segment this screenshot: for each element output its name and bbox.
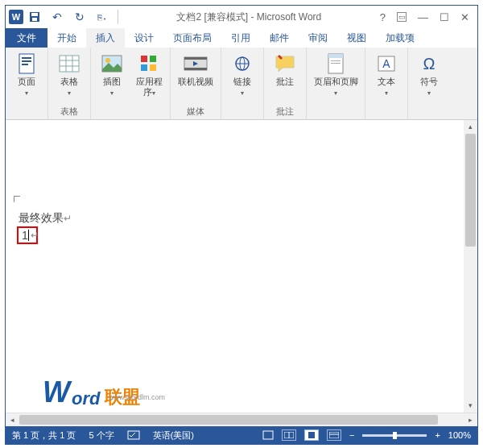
vertical-scrollbar[interactable]: ▴ ▾ (464, 120, 477, 413)
scroll-track-h[interactable] (19, 413, 464, 426)
minimize-icon[interactable]: — (418, 11, 428, 23)
group-text: A 文本▾ (365, 48, 408, 119)
svg-rect-20 (184, 68, 207, 70)
spell-check-icon[interactable] (127, 430, 140, 440)
close-icon[interactable]: ✕ (460, 11, 469, 23)
zoom-slider[interactable] (362, 434, 427, 437)
svg-rect-14 (141, 56, 147, 62)
zoom-level[interactable]: 100% (448, 430, 471, 440)
group-label-media: 媒体 (187, 106, 204, 118)
zoom-out-icon[interactable]: − (349, 430, 354, 440)
header-footer-label: 页眉和页脚 (314, 77, 358, 86)
group-symbols: Ω 符号▾ (408, 48, 450, 119)
print-layout-icon[interactable] (304, 429, 319, 441)
svg-rect-1 (31, 13, 38, 16)
scroll-down-icon[interactable]: ▾ (464, 399, 477, 413)
link-icon (230, 52, 254, 75)
web-layout-icon[interactable] (327, 429, 341, 441)
comments-button[interactable]: 批注 (269, 51, 301, 87)
online-video-label: 联机视频 (178, 77, 213, 87)
save-icon[interactable] (27, 10, 42, 24)
svg-point-13 (105, 58, 110, 63)
tab-design[interactable]: 设计 (125, 28, 163, 48)
text-label: 文本 (378, 77, 395, 86)
zoom-thumb[interactable] (393, 432, 397, 439)
help-icon[interactable]: ? (380, 11, 386, 23)
tab-addins[interactable]: 加载项 (376, 28, 424, 48)
svg-rect-6 (22, 64, 28, 65)
tab-layout[interactable]: 页面布局 (163, 28, 221, 48)
undo-icon[interactable]: ↶ (50, 10, 64, 24)
tab-home[interactable]: 开始 (47, 28, 86, 48)
svg-rect-34 (263, 431, 273, 439)
document-area: 最终效果↵ 1↵ W www.wordlm.com ord 联盟 ▴ ▾ (6, 120, 477, 413)
text-button[interactable]: A 文本▾ (370, 51, 402, 97)
track-changes-icon[interactable] (262, 430, 274, 440)
group-label-tables: 表格 (60, 106, 78, 118)
ribbon: 页面▾ 表格▾ 表格 插图▾ 应用程 序▾ (6, 48, 477, 120)
horizontal-scrollbar[interactable]: ◂ ▸ (6, 413, 477, 426)
svg-text:A: A (382, 57, 390, 70)
redo-icon[interactable]: ↻ (72, 10, 87, 24)
scroll-left-icon[interactable]: ◂ (6, 413, 19, 426)
app-window: W ↶ ↻ ⎘▾ 文档2 [兼容模式] - Microsoft Word ? ▭… (5, 5, 478, 445)
document-title: 文档2 [兼容模式] - Microsoft Word (118, 10, 380, 24)
maximize-icon[interactable]: ☐ (440, 11, 449, 23)
apps-label: 应用程 序 (136, 77, 163, 97)
text-icon: A (374, 52, 398, 75)
word-logo-icon: W (9, 10, 23, 24)
table-icon (57, 52, 81, 75)
tables-button[interactable]: 表格▾ (53, 51, 85, 97)
document-page[interactable]: 最终效果↵ 1↵ W www.wordlm.com ord 联盟 (6, 120, 464, 413)
paragraph-mark-icon: ↵ (31, 230, 39, 241)
tab-file[interactable]: 文件 (6, 28, 47, 48)
illustrations-button[interactable]: 插图▾ (96, 51, 128, 97)
tab-review[interactable]: 审阅 (299, 28, 337, 48)
scroll-right-icon[interactable]: ▸ (464, 413, 477, 426)
picture-icon (100, 52, 124, 75)
svg-rect-28 (331, 60, 341, 61)
language[interactable]: 英语(美国) (153, 429, 194, 442)
apps-button[interactable]: 应用程 序▾ (133, 51, 165, 97)
paragraph-mark-icon: ↵ (64, 213, 72, 224)
word-count[interactable]: 5 个字 (89, 429, 114, 442)
group-illustrations: 插图▾ 应用程 序▾ (91, 48, 171, 119)
omega-icon: Ω (417, 52, 441, 75)
group-comments: 批注 批注 (264, 48, 307, 119)
group-label-hf (334, 108, 336, 118)
pages-button[interactable]: 页面▾ (10, 51, 43, 97)
group-links: 链接▾ (221, 48, 264, 119)
header-footer-button[interactable]: 页眉和页脚▾ (312, 51, 360, 97)
tab-view[interactable]: 视图 (337, 28, 376, 48)
page-icon (14, 52, 39, 75)
customize-qat-icon[interactable]: ⎘▾ (95, 10, 109, 24)
svg-rect-29 (331, 63, 341, 64)
titlebar: W ↶ ↻ ⎘▾ 文档2 [兼容模式] - Microsoft Word ? ▭… (6, 6, 477, 28)
tab-mailings[interactable]: 邮件 (260, 28, 299, 48)
group-label-pages (25, 108, 27, 118)
scroll-thumb[interactable] (465, 134, 476, 247)
group-label-illustr (129, 108, 131, 118)
zoom-in-icon[interactable]: + (435, 430, 440, 440)
scroll-thumb-h[interactable] (19, 415, 438, 425)
svg-rect-38 (329, 432, 339, 438)
header-icon (324, 52, 348, 75)
scroll-track[interactable] (464, 134, 477, 399)
svg-rect-27 (328, 54, 343, 58)
ribbon-options-icon[interactable]: ▭ (397, 12, 407, 22)
scroll-up-icon[interactable]: ▴ (464, 120, 477, 134)
group-tables: 表格▾ 表格 (48, 48, 91, 119)
links-button[interactable]: 链接▾ (226, 51, 258, 97)
symbols-button[interactable]: Ω 符号▾ (413, 51, 445, 97)
group-media: 联机视频 媒体 (171, 48, 221, 119)
illustrations-label: 插图 (103, 77, 121, 86)
tab-references[interactable]: 引用 (221, 28, 260, 48)
tab-insert[interactable]: 插入 (86, 28, 125, 48)
page-info[interactable]: 第 1 页，共 1 页 (12, 429, 76, 442)
comment-icon (273, 52, 297, 75)
tables-label: 表格 (60, 77, 78, 86)
online-video-button[interactable]: 联机视频 (175, 51, 216, 87)
group-label-text (385, 108, 387, 118)
read-mode-icon[interactable] (282, 429, 296, 441)
svg-rect-37 (308, 432, 315, 438)
